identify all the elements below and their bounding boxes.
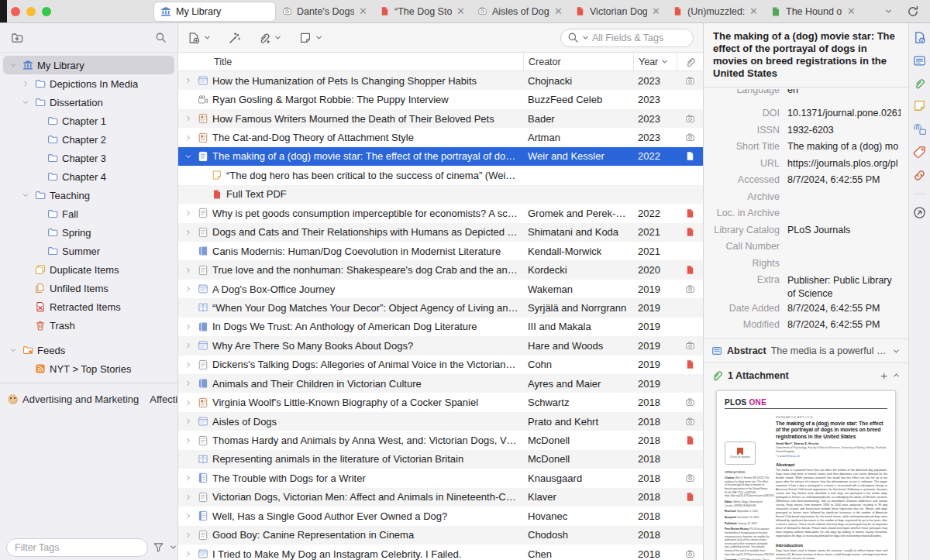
twist-closed-icon[interactable] xyxy=(183,323,194,331)
sidebar-item-spring[interactable]: Spring xyxy=(28,223,174,242)
sidebar-item-depictions-in-media[interactable]: Depictions In Media xyxy=(16,74,174,93)
sidebar-item-unfiled-items[interactable]: Unfiled Items xyxy=(16,279,174,297)
field-value[interactable]: The making of a (dog) mo … xyxy=(787,139,901,153)
field-value[interactable]: 1932-6203 xyxy=(787,122,901,136)
sidebar-item-chapter-1[interactable]: Chapter 1 xyxy=(28,112,174,130)
sidebar-item-fall[interactable]: Fall xyxy=(28,204,174,223)
close-tab-icon[interactable]: ✕ xyxy=(456,5,465,17)
close-tab-icon[interactable]: ✕ xyxy=(554,5,563,17)
twist-closed-icon[interactable] xyxy=(183,399,194,407)
abstract-section[interactable]: Abstract The media is a powerful forc… xyxy=(704,338,908,362)
field-value[interactable]: en xyxy=(787,89,901,95)
pdf-preview-thumbnail[interactable]: PLOS ONE Check for updates OPEN ACCESS C… xyxy=(716,390,896,560)
close-tab-icon[interactable]: ✕ xyxy=(749,5,758,17)
table-row[interactable]: The Trouble with Dogs for a WriterKnausg… xyxy=(178,469,703,487)
sidebar-item-summer[interactable]: Summer xyxy=(28,242,174,260)
twist-closed-icon[interactable] xyxy=(183,550,194,558)
twist-closed-icon[interactable] xyxy=(183,493,194,501)
chevron-down-icon[interactable] xyxy=(169,543,177,551)
add-by-identifier-icon[interactable] xyxy=(229,32,241,44)
table-row[interactable]: Victorian Dogs, Victorian Men: Affect an… xyxy=(178,488,703,507)
tab-the-hound-of-the-ba[interactable]: The Hound of the Ba✕ xyxy=(764,2,862,21)
sidebar-item-chapter-2[interactable]: Chapter 2 xyxy=(28,130,174,149)
chevron-down-icon[interactable] xyxy=(203,33,212,42)
table-row[interactable]: Full Text PDF xyxy=(178,185,703,204)
twist-closed-icon[interactable] xyxy=(20,80,31,88)
field-value[interactable] xyxy=(787,239,901,242)
twist-closed-icon[interactable] xyxy=(183,342,194,349)
tag-advertising-and-marketing[interactable]: Advertising and Marketing xyxy=(8,393,139,405)
table-row[interactable]: Thomas Hardy and Animals by Anna West, a… xyxy=(178,431,703,449)
field-value[interactable] xyxy=(787,189,901,191)
column-header-year[interactable]: Year xyxy=(633,53,677,70)
notes-icon[interactable] xyxy=(913,99,926,112)
chevron-down-icon[interactable] xyxy=(892,347,901,356)
new-item-icon[interactable] xyxy=(188,32,200,44)
field-value[interactable]: 10.1371/journal.pone.0261 … xyxy=(787,106,901,119)
locate-icon[interactable] xyxy=(913,206,926,219)
table-row[interactable]: I Tried to Make My Dog an Instagram Cele… xyxy=(178,545,703,560)
table-row[interactable]: How Famous Writers Mourned the Death of … xyxy=(178,109,703,128)
twist-open-icon[interactable] xyxy=(183,153,194,160)
twist-closed-icon[interactable] xyxy=(183,380,194,387)
sidebar-item-trash[interactable]: Trash xyxy=(16,316,174,335)
close-button[interactable] xyxy=(11,7,20,16)
table-row[interactable]: How the Humanization of Pets Is Changing… xyxy=(178,71,703,90)
sidebar-item-nyt-top-stories[interactable]: NYT > Top Stories xyxy=(16,359,174,378)
close-tab-icon[interactable]: ✕ xyxy=(652,5,660,17)
tab-victorian-dogs-vict[interactable]: Victorian Dogs, Vict✕ xyxy=(569,2,666,21)
zoom-button[interactable] xyxy=(42,7,51,16)
sidebar-item-feeds[interactable]: Feeds xyxy=(3,341,174,359)
search-input[interactable]: All Fields & Tags xyxy=(560,29,694,47)
table-row[interactable]: Animals and Their Children in Victorian … xyxy=(178,374,703,393)
twist-closed-icon[interactable] xyxy=(183,266,194,274)
tab-aisles-of-dogs-pra[interactable]: Aisles of Dogs - Pra✕ xyxy=(471,2,569,21)
table-row[interactable]: A Dog's Box-Office JourneyWakeman2019 xyxy=(178,280,703,298)
twist-closed-icon[interactable] xyxy=(183,531,194,539)
add-attachment-button[interactable]: + xyxy=(880,372,887,380)
tab-my-library[interactable]: My Library xyxy=(153,2,276,22)
libraries-collections-icon[interactable] xyxy=(913,122,926,136)
sidebar-item-chapter-3[interactable]: Chapter 3 xyxy=(28,149,174,167)
twist-closed-icon[interactable] xyxy=(183,134,194,142)
sidebar-item-retracted-items[interactable]: Retracted Items xyxy=(16,297,174,316)
column-header-creator[interactable]: Creator xyxy=(523,53,633,70)
sync-icon[interactable] xyxy=(907,5,919,18)
table-row[interactable]: Canis Modernis: Human/Dog Coevolution in… xyxy=(178,242,703,260)
chevron-down-icon[interactable] xyxy=(884,7,893,15)
new-note-icon[interactable] xyxy=(299,32,312,44)
chevron-up-icon[interactable] xyxy=(892,371,901,380)
twist-open-icon[interactable] xyxy=(8,61,19,69)
table-row[interactable]: The Cat-and-Dog Theory of Attachment Sty… xyxy=(178,128,703,146)
close-tab-icon[interactable]: ✕ xyxy=(359,5,367,17)
tab-un-muzzled-dogs[interactable]: (Un)muzzled: Dogs✕ xyxy=(666,2,764,21)
twist-open-icon[interactable] xyxy=(8,346,19,354)
table-row[interactable]: “The dog hero has been critical to the s… xyxy=(178,166,703,184)
chevron-down-icon[interactable] xyxy=(274,33,282,42)
twist-closed-icon[interactable] xyxy=(183,417,194,425)
twist-closed-icon[interactable] xyxy=(183,77,194,84)
close-tab-icon[interactable]: ✕ xyxy=(847,5,856,17)
add-attachment-icon[interactable] xyxy=(258,32,270,44)
table-row[interactable]: Aisles of DogsPrato and Kehrt2018 xyxy=(178,412,703,431)
tag-affective-labor[interactable]: Affective labor xyxy=(150,393,177,405)
table-row[interactable]: Dogs and Cats and Their Relationships wi… xyxy=(178,223,703,242)
twist-closed-icon[interactable] xyxy=(183,285,194,293)
tab-dante-s-dogs-man[interactable]: Dante's Dogs - Man✕ xyxy=(276,2,374,21)
field-value[interactable]: 8/7/2024, 6:42:55 PM xyxy=(787,173,901,186)
field-value[interactable]: https://journals.plos.org/pl … xyxy=(787,156,901,169)
table-row[interactable]: Dickens's Talking Dogs: Allegories of An… xyxy=(178,356,703,374)
sidebar-item-dissertation[interactable]: Dissertation xyxy=(16,93,174,112)
table-row[interactable]: Why Are There So Many Books About Dogs?H… xyxy=(178,336,703,355)
chevron-down-icon[interactable] xyxy=(315,33,323,42)
field-value[interactable]: 8/7/2024, 6:42:55 PM xyxy=(787,301,901,314)
column-header-attachment[interactable] xyxy=(677,53,703,70)
column-header-title[interactable]: Title xyxy=(178,53,523,70)
minimize-button[interactable] xyxy=(26,7,36,16)
table-row[interactable]: Good Boy: Canine Representation in Cinem… xyxy=(178,526,703,545)
table-row[interactable]: Ryan Gosling & Margot Robbie: The Puppy … xyxy=(178,90,703,108)
field-value[interactable]: Publisher: Public Library of Science xyxy=(787,273,901,301)
table-row[interactable]: Representing animals in the literature o… xyxy=(178,450,703,469)
twist-closed-icon[interactable] xyxy=(183,228,194,236)
field-value[interactable] xyxy=(787,256,901,258)
